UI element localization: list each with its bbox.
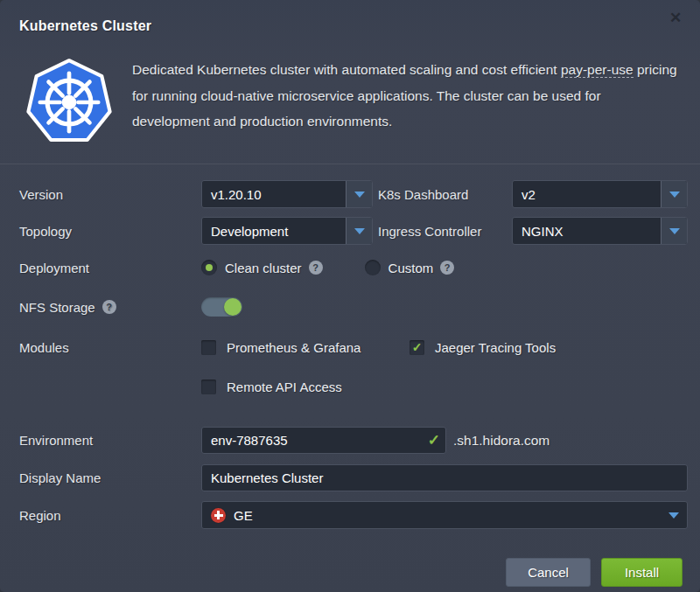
module-remote-api: ✓ Remote API Access <box>201 380 342 394</box>
chevron-down-icon[interactable] <box>661 181 687 207</box>
version-label: Version <box>19 187 201 202</box>
install-button[interactable]: Install <box>601 558 682 587</box>
region-value: GE <box>234 508 253 523</box>
row-version-dashboard: Version v1.20.10 K8s Dashboard v2 <box>19 180 700 208</box>
topology-select[interactable]: Development <box>201 217 373 245</box>
nfs-storage-toggle[interactable] <box>201 297 242 317</box>
version-value: v1.20.10 <box>202 181 346 207</box>
row-modules-1: Modules ✓ Prometheus & Grafana ✓ Jaeger … <box>19 337 700 358</box>
environment-domain-suffix: .sh1.hidora.com <box>453 433 550 449</box>
topology-value: Development <box>202 218 346 244</box>
version-select[interactable]: v1.20.10 <box>201 180 373 208</box>
chevron-down-icon[interactable] <box>346 181 372 207</box>
row-modules-2: ✓ Remote API Access <box>19 376 700 397</box>
k8s-dashboard-label: K8s Dashboard <box>378 187 512 202</box>
chevron-down-icon[interactable] <box>661 502 687 528</box>
close-icon[interactable]: ✕ <box>665 7 686 28</box>
cancel-button[interactable]: Cancel <box>506 558 591 587</box>
environment-label: Environment <box>19 433 201 448</box>
row-deployment: Deployment Clean cluster ? Custom ? <box>19 257 700 278</box>
row-region: Region GE <box>19 501 700 529</box>
toggle-knob <box>224 298 242 316</box>
checkbox-checked[interactable]: ✓ <box>410 340 424 355</box>
dialog-footer: Cancel Install <box>0 558 700 587</box>
module-jaeger-tracing-label: Jaeger Tracing Tools <box>435 340 556 355</box>
row-environment: Environment ✓ .sh1.hidora.com <box>19 427 700 454</box>
chevron-down-icon[interactable] <box>661 218 687 244</box>
row-nfs-storage: NFS Storage? <box>19 296 700 317</box>
chevron-down-icon[interactable] <box>346 218 372 244</box>
help-icon[interactable]: ? <box>440 261 454 275</box>
kubernetes-logo-icon <box>22 55 116 150</box>
cluster-form: Version v1.20.10 K8s Dashboard v2 Topolo… <box>0 164 700 529</box>
region-label: Region <box>19 508 201 523</box>
environment-input-wrap: ✓ <box>201 427 446 454</box>
module-jaeger-tracing: ✓ Jaeger Tracing Tools <box>410 340 556 355</box>
k8s-dashboard-select[interactable]: v2 <box>512 180 688 208</box>
valid-check-icon: ✓ <box>428 431 440 449</box>
module-remote-api-label: Remote API Access <box>227 380 342 394</box>
radio-custom[interactable]: Custom ? <box>365 260 455 275</box>
k8s-dashboard-value: v2 <box>513 181 661 207</box>
checkbox-unchecked[interactable]: ✓ <box>201 380 216 394</box>
environment-input[interactable] <box>201 427 446 454</box>
region-select[interactable]: GE <box>201 501 688 529</box>
row-display-name: Display Name <box>19 464 700 491</box>
help-icon[interactable]: ? <box>102 300 116 314</box>
deployment-radio-group: Clean cluster ? Custom ? <box>201 260 454 275</box>
help-icon[interactable]: ? <box>309 261 323 275</box>
module-prometheus-grafana: ✓ Prometheus & Grafana <box>201 340 410 355</box>
display-name-label: Display Name <box>19 470 201 485</box>
swiss-flag-icon <box>211 508 226 523</box>
description-text: Dedicated Kubernetes cluster with automa… <box>132 55 678 150</box>
description-payperuse: pay-per-use <box>561 62 634 78</box>
description-part1: Dedicated Kubernetes cluster with automa… <box>132 62 561 77</box>
row-topology-ingress: Topology Development Ingress Controller … <box>19 217 700 245</box>
radio-button-unselected[interactable] <box>365 260 381 275</box>
display-name-input[interactable] <box>201 464 688 491</box>
radio-button-selected[interactable] <box>201 260 217 275</box>
module-prometheus-grafana-label: Prometheus & Grafana <box>227 340 360 355</box>
topology-label: Topology <box>19 224 201 239</box>
ingress-controller-label: Ingress Controller <box>378 224 512 239</box>
modules-label: Modules <box>19 340 201 355</box>
dialog-header: Kubernetes Cluster ✕ <box>0 0 700 44</box>
ingress-controller-select[interactable]: NGINX <box>512 217 688 245</box>
radio-clean-cluster[interactable]: Clean cluster ? <box>201 260 323 275</box>
radio-custom-label: Custom <box>388 261 434 275</box>
ingress-controller-value: NGINX <box>513 218 661 244</box>
dialog-title: Kubernetes Cluster <box>19 18 151 34</box>
kubernetes-cluster-dialog: Kubernetes Cluster ✕ Dedicat <box>0 0 700 592</box>
deployment-label: Deployment <box>19 261 201 275</box>
intro-section: Dedicated Kubernetes cluster with automa… <box>0 44 700 157</box>
checkbox-unchecked[interactable]: ✓ <box>201 340 216 355</box>
region-value-wrap: GE <box>202 502 661 528</box>
nfs-storage-label: NFS Storage? <box>19 300 201 315</box>
radio-clean-cluster-label: Clean cluster <box>225 261 302 275</box>
